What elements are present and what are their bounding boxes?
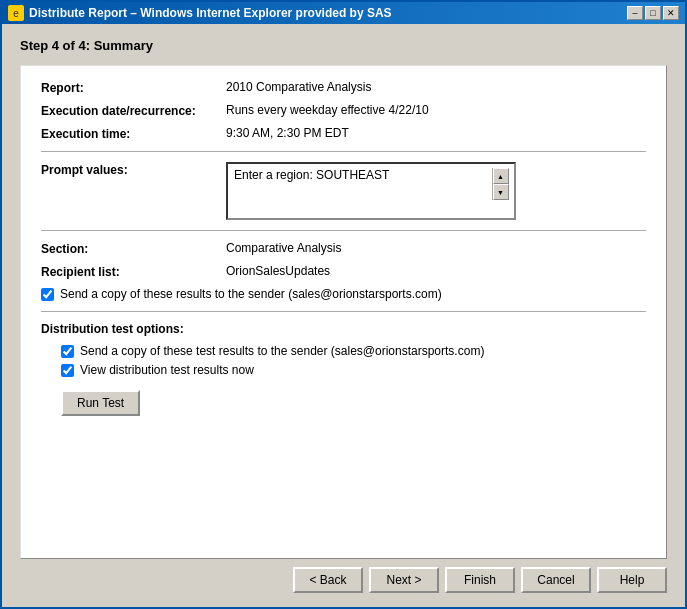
minimize-button[interactable]: – — [627, 6, 643, 20]
title-bar-left: e Distribute Report – Windows Internet E… — [8, 5, 392, 21]
maximize-button[interactable]: □ — [645, 6, 661, 20]
summary-panel: Report: 2010 Comparative Analysis Execut… — [20, 65, 667, 559]
execution-time-row: Execution time: 9:30 AM, 2:30 PM EDT — [41, 126, 646, 141]
window-title: Distribute Report – Windows Internet Exp… — [29, 6, 392, 20]
title-bar-controls: – □ ✕ — [627, 6, 679, 20]
send-copy-checkbox[interactable] — [41, 288, 54, 301]
execution-time-value: 9:30 AM, 2:30 PM EDT — [226, 126, 646, 140]
app-icon: e — [8, 5, 24, 21]
prompt-values-row: Prompt values: Enter a region: SOUTHEAST… — [41, 162, 646, 220]
content-area: Step 4 of 4: Summary Report: 2010 Compar… — [2, 24, 685, 607]
execution-time-label: Execution time: — [41, 126, 226, 141]
prompt-values-label: Prompt values: — [41, 162, 226, 177]
cancel-button[interactable]: Cancel — [521, 567, 591, 593]
view-results-checkbox[interactable] — [61, 364, 74, 377]
execution-date-value: Runs every weekday effective 4/22/10 — [226, 103, 646, 117]
help-button[interactable]: Help — [597, 567, 667, 593]
divider-2 — [41, 230, 646, 231]
distribution-test-title: Distribution test options: — [41, 322, 646, 336]
scroll-down-btn[interactable]: ▼ — [493, 184, 509, 200]
view-results-label: View distribution test results now — [80, 363, 254, 377]
divider-3 — [41, 311, 646, 312]
title-bar: e Distribute Report – Windows Internet E… — [2, 2, 685, 24]
next-button[interactable]: Next > — [369, 567, 439, 593]
prompt-values-box: Enter a region: SOUTHEAST ▲ ▼ — [226, 162, 516, 220]
divider-1 — [41, 151, 646, 152]
section-label: Section: — [41, 241, 226, 256]
footer-buttons: < Back Next > Finish Cancel Help — [20, 559, 667, 597]
report-label: Report: — [41, 80, 226, 95]
send-test-copy-checkbox[interactable] — [61, 345, 74, 358]
section-row: Section: Comparative Analysis — [41, 241, 646, 256]
recipient-list-label: Recipient list: — [41, 264, 226, 279]
send-copy-label: Send a copy of these results to the send… — [60, 287, 442, 301]
distribution-test-options: Send a copy of these test results to the… — [41, 344, 646, 416]
send-copy-row: Send a copy of these results to the send… — [41, 287, 646, 301]
main-window: e Distribute Report – Windows Internet E… — [0, 0, 687, 609]
scroll-up-btn[interactable]: ▲ — [493, 168, 509, 184]
execution-date-label: Execution date/recurrence: — [41, 103, 226, 118]
view-results-row: View distribution test results now — [61, 363, 646, 377]
distribution-test-section: Distribution test options: Send a copy o… — [41, 322, 646, 416]
prompt-values-text: Enter a region: SOUTHEAST — [234, 168, 492, 182]
report-row: Report: 2010 Comparative Analysis — [41, 80, 646, 95]
recipient-list-row: Recipient list: OrionSalesUpdates — [41, 264, 646, 279]
step-title: Step 4 of 4: Summary — [20, 38, 667, 53]
back-button[interactable]: < Back — [293, 567, 363, 593]
close-button[interactable]: ✕ — [663, 6, 679, 20]
report-value: 2010 Comparative Analysis — [226, 80, 646, 94]
prompt-scrollbar[interactable]: ▲ ▼ — [492, 168, 508, 200]
section-value: Comparative Analysis — [226, 241, 646, 255]
run-test-button[interactable]: Run Test — [61, 390, 140, 416]
send-test-copy-row: Send a copy of these test results to the… — [61, 344, 646, 358]
recipient-list-value: OrionSalesUpdates — [226, 264, 646, 278]
execution-date-row: Execution date/recurrence: Runs every we… — [41, 103, 646, 118]
finish-button[interactable]: Finish — [445, 567, 515, 593]
send-test-copy-label: Send a copy of these test results to the… — [80, 344, 484, 358]
